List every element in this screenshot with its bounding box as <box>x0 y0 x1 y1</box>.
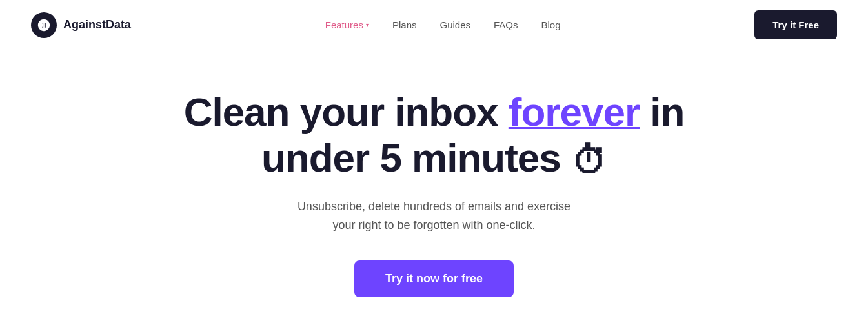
nav-item-faqs[interactable]: FAQs <box>494 19 518 31</box>
logo-icon <box>31 12 57 38</box>
nav-link-features[interactable]: Features ▾ <box>325 19 369 30</box>
nav-item-plans[interactable]: Plans <box>392 19 417 31</box>
subtitle-line2: your right to be forgotten with one-clic… <box>332 219 535 231</box>
chevron-down-icon: ▾ <box>366 21 369 28</box>
headline-highlight: forever <box>509 90 640 134</box>
subtitle-line1: Unsubscribe, delete hundreds of emails a… <box>298 200 570 213</box>
headline-line2: under 5 minutes <box>261 135 571 180</box>
svg-point-0 <box>41 23 43 27</box>
nav-links: Features ▾ Plans Guides FAQs Blog <box>325 19 561 31</box>
nav-cta-button[interactable]: Try it Free <box>754 10 837 39</box>
nav-link-plans[interactable]: Plans <box>392 19 417 30</box>
brand-logo[interactable]: AgainstData <box>31 12 131 38</box>
hero-subtitle: Unsubscribe, delete hundreds of emails a… <box>298 197 570 235</box>
nav-item-features[interactable]: Features ▾ <box>325 19 369 30</box>
headline-part1: Clean your inbox <box>184 90 509 134</box>
nav-link-guides[interactable]: Guides <box>439 19 470 30</box>
logo-svg <box>37 18 51 32</box>
stopwatch-icon: ⏱ <box>571 141 607 182</box>
hero-headline: Clean your inbox forever in under 5 minu… <box>184 89 685 182</box>
features-label: Features <box>325 19 363 30</box>
hero-cta-button[interactable]: Try it now for free <box>354 260 514 297</box>
nav-item-guides[interactable]: Guides <box>439 19 470 31</box>
headline-part2: in <box>640 90 684 134</box>
hero-section: Clean your inbox forever in under 5 minu… <box>0 50 868 334</box>
nav-item-blog[interactable]: Blog <box>541 19 561 31</box>
navbar: AgainstData Features ▾ Plans Guides FAQs… <box>0 0 868 50</box>
nav-link-faqs[interactable]: FAQs <box>494 19 518 30</box>
brand-name: AgainstData <box>63 18 131 32</box>
nav-link-blog[interactable]: Blog <box>541 19 561 30</box>
